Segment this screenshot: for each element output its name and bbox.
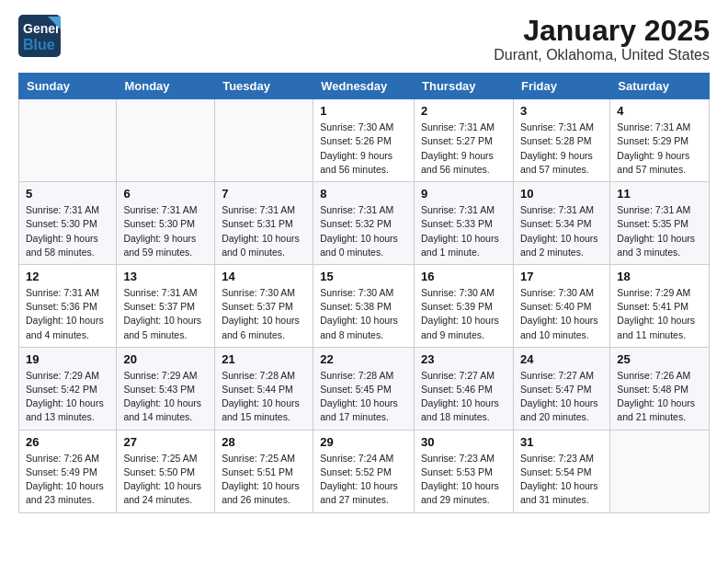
table-row xyxy=(19,99,117,182)
calendar-week-row: 26Sunrise: 7:26 AM Sunset: 5:49 PM Dayli… xyxy=(19,430,710,512)
table-row: 27Sunrise: 7:25 AM Sunset: 5:50 PM Dayli… xyxy=(117,430,215,512)
table-row: 30Sunrise: 7:23 AM Sunset: 5:53 PM Dayli… xyxy=(415,430,514,512)
day-info: Sunrise: 7:30 AM Sunset: 5:38 PM Dayligh… xyxy=(320,286,407,342)
table-row: 22Sunrise: 7:28 AM Sunset: 5:45 PM Dayli… xyxy=(313,347,415,430)
calendar-week-row: 1Sunrise: 7:30 AM Sunset: 5:26 PM Daylig… xyxy=(19,99,710,182)
table-row: 23Sunrise: 7:27 AM Sunset: 5:46 PM Dayli… xyxy=(415,347,514,430)
table-row: 10Sunrise: 7:31 AM Sunset: 5:34 PM Dayli… xyxy=(513,182,609,265)
page-title: January 2025 xyxy=(494,15,710,47)
table-row xyxy=(117,99,215,182)
day-number: 2 xyxy=(421,104,506,118)
day-info: Sunrise: 7:30 AM Sunset: 5:26 PM Dayligh… xyxy=(320,121,407,177)
day-info: Sunrise: 7:26 AM Sunset: 5:48 PM Dayligh… xyxy=(617,369,702,425)
table-row: 14Sunrise: 7:30 AM Sunset: 5:37 PM Dayli… xyxy=(215,264,313,347)
calendar-page: General Blue January 2025 Durant, Oklaho… xyxy=(0,0,728,532)
day-info: Sunrise: 7:29 AM Sunset: 5:42 PM Dayligh… xyxy=(26,369,109,425)
table-row: 6Sunrise: 7:31 AM Sunset: 5:30 PM Daylig… xyxy=(117,182,215,265)
table-row: 16Sunrise: 7:30 AM Sunset: 5:39 PM Dayli… xyxy=(415,264,514,347)
table-row: 29Sunrise: 7:24 AM Sunset: 5:52 PM Dayli… xyxy=(313,430,415,512)
weekday-header-row: Sunday Monday Tuesday Wednesday Thursday… xyxy=(19,74,710,99)
table-row: 28Sunrise: 7:25 AM Sunset: 5:51 PM Dayli… xyxy=(215,430,313,512)
header-sunday: Sunday xyxy=(19,74,117,99)
table-row: 3Sunrise: 7:31 AM Sunset: 5:28 PM Daylig… xyxy=(513,99,609,182)
table-row: 7Sunrise: 7:31 AM Sunset: 5:31 PM Daylig… xyxy=(215,182,313,265)
day-number: 10 xyxy=(520,187,603,201)
logo: General Blue xyxy=(18,15,110,61)
day-number: 28 xyxy=(222,435,306,449)
day-number: 12 xyxy=(26,270,109,283)
day-info: Sunrise: 7:30 AM Sunset: 5:40 PM Dayligh… xyxy=(520,286,603,342)
day-number: 4 xyxy=(617,104,702,118)
table-row: 4Sunrise: 7:31 AM Sunset: 5:29 PM Daylig… xyxy=(610,99,710,182)
day-number: 31 xyxy=(520,435,603,449)
day-info: Sunrise: 7:31 AM Sunset: 5:31 PM Dayligh… xyxy=(222,203,306,259)
table-row: 5Sunrise: 7:31 AM Sunset: 5:30 PM Daylig… xyxy=(19,182,117,265)
table-row: 13Sunrise: 7:31 AM Sunset: 5:37 PM Dayli… xyxy=(117,264,215,347)
page-subtitle: Durant, Oklahoma, United States xyxy=(494,47,710,63)
day-info: Sunrise: 7:23 AM Sunset: 5:53 PM Dayligh… xyxy=(421,452,506,508)
day-info: Sunrise: 7:31 AM Sunset: 5:30 PM Dayligh… xyxy=(123,203,208,259)
header-saturday: Saturday xyxy=(610,74,710,99)
day-number: 9 xyxy=(421,187,506,201)
day-info: Sunrise: 7:28 AM Sunset: 5:44 PM Dayligh… xyxy=(222,369,306,425)
svg-text:Blue: Blue xyxy=(23,37,55,52)
day-info: Sunrise: 7:28 AM Sunset: 5:45 PM Dayligh… xyxy=(320,369,407,425)
day-info: Sunrise: 7:31 AM Sunset: 5:35 PM Dayligh… xyxy=(617,203,702,259)
day-number: 16 xyxy=(421,270,506,283)
day-number: 6 xyxy=(123,187,208,201)
day-info: Sunrise: 7:26 AM Sunset: 5:49 PM Dayligh… xyxy=(26,452,109,508)
day-number: 7 xyxy=(222,187,306,201)
table-row: 9Sunrise: 7:31 AM Sunset: 5:33 PM Daylig… xyxy=(415,182,514,265)
day-number: 22 xyxy=(320,352,407,366)
header-monday: Monday xyxy=(117,74,215,99)
day-number: 13 xyxy=(123,270,208,283)
day-info: Sunrise: 7:31 AM Sunset: 5:29 PM Dayligh… xyxy=(617,121,702,177)
table-row xyxy=(215,99,313,182)
table-row: 17Sunrise: 7:30 AM Sunset: 5:40 PM Dayli… xyxy=(513,264,609,347)
day-info: Sunrise: 7:31 AM Sunset: 5:33 PM Dayligh… xyxy=(421,203,506,259)
header: General Blue January 2025 Durant, Oklaho… xyxy=(18,15,710,63)
day-number: 18 xyxy=(617,270,702,283)
svg-text:General: General xyxy=(23,21,71,36)
table-row: 20Sunrise: 7:29 AM Sunset: 5:43 PM Dayli… xyxy=(117,347,215,430)
day-info: Sunrise: 7:27 AM Sunset: 5:46 PM Dayligh… xyxy=(421,369,506,425)
header-tuesday: Tuesday xyxy=(215,74,313,99)
table-row: 8Sunrise: 7:31 AM Sunset: 5:32 PM Daylig… xyxy=(313,182,415,265)
table-row: 12Sunrise: 7:31 AM Sunset: 5:36 PM Dayli… xyxy=(19,264,117,347)
day-number: 15 xyxy=(320,270,407,283)
header-wednesday: Wednesday xyxy=(313,74,415,99)
day-info: Sunrise: 7:31 AM Sunset: 5:37 PM Dayligh… xyxy=(123,286,208,342)
calendar-week-row: 12Sunrise: 7:31 AM Sunset: 5:36 PM Dayli… xyxy=(19,264,710,347)
table-row: 15Sunrise: 7:30 AM Sunset: 5:38 PM Dayli… xyxy=(313,264,415,347)
table-row xyxy=(610,430,710,512)
day-info: Sunrise: 7:31 AM Sunset: 5:28 PM Dayligh… xyxy=(520,121,603,177)
day-info: Sunrise: 7:31 AM Sunset: 5:32 PM Dayligh… xyxy=(320,203,407,259)
header-friday: Friday xyxy=(513,74,609,99)
day-number: 21 xyxy=(222,352,306,366)
table-row: 1Sunrise: 7:30 AM Sunset: 5:26 PM Daylig… xyxy=(313,99,415,182)
day-number: 11 xyxy=(617,187,702,201)
day-number: 1 xyxy=(320,104,407,118)
table-row: 24Sunrise: 7:27 AM Sunset: 5:47 PM Dayli… xyxy=(513,347,609,430)
calendar-week-row: 5Sunrise: 7:31 AM Sunset: 5:30 PM Daylig… xyxy=(19,182,710,265)
table-row: 11Sunrise: 7:31 AM Sunset: 5:35 PM Dayli… xyxy=(610,182,710,265)
day-number: 24 xyxy=(520,352,603,366)
day-info: Sunrise: 7:30 AM Sunset: 5:37 PM Dayligh… xyxy=(222,286,306,342)
day-number: 5 xyxy=(26,187,109,201)
day-number: 14 xyxy=(222,270,306,283)
day-number: 26 xyxy=(26,435,109,449)
table-row: 19Sunrise: 7:29 AM Sunset: 5:42 PM Dayli… xyxy=(19,347,117,430)
day-info: Sunrise: 7:25 AM Sunset: 5:50 PM Dayligh… xyxy=(123,452,208,508)
day-info: Sunrise: 7:24 AM Sunset: 5:52 PM Dayligh… xyxy=(320,452,407,508)
day-info: Sunrise: 7:31 AM Sunset: 5:27 PM Dayligh… xyxy=(421,121,506,177)
day-info: Sunrise: 7:31 AM Sunset: 5:36 PM Dayligh… xyxy=(26,286,109,342)
day-number: 8 xyxy=(320,187,407,201)
calendar-week-row: 19Sunrise: 7:29 AM Sunset: 5:42 PM Dayli… xyxy=(19,347,710,430)
day-info: Sunrise: 7:30 AM Sunset: 5:39 PM Dayligh… xyxy=(421,286,506,342)
day-number: 17 xyxy=(520,270,603,283)
day-number: 30 xyxy=(421,435,506,449)
table-row: 21Sunrise: 7:28 AM Sunset: 5:44 PM Dayli… xyxy=(215,347,313,430)
title-block: January 2025 Durant, Oklahoma, United St… xyxy=(494,15,710,63)
day-number: 20 xyxy=(123,352,208,366)
day-number: 25 xyxy=(617,352,702,366)
